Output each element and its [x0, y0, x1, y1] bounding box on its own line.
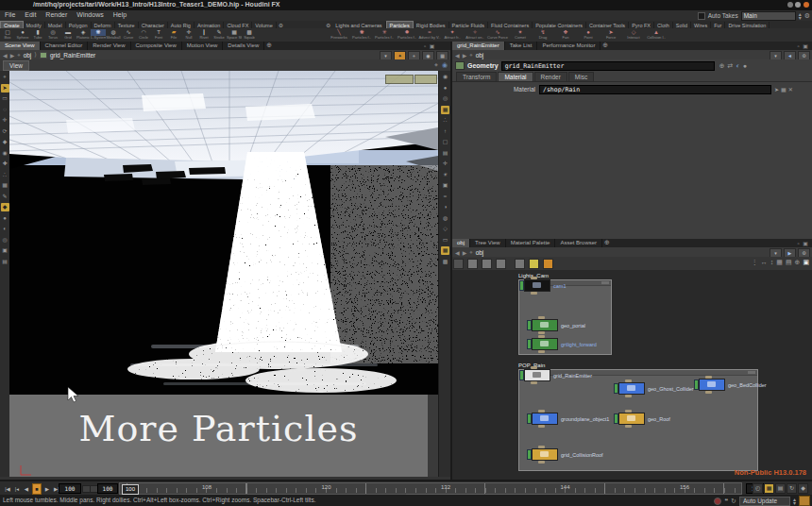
shelf-tab[interactable]: Auto Rig [168, 22, 195, 28]
zoom-icon[interactable]: ⊕ [795, 259, 801, 266]
shelf-tab[interactable]: Fur [711, 22, 725, 28]
shelf-tool[interactable]: ▰ File [166, 28, 181, 40]
pane-tab[interactable]: Performance Monitor [537, 42, 601, 50]
display-icon[interactable]: ▢ [441, 138, 449, 146]
shelf-tab[interactable]: Lights and Cameras [332, 22, 385, 28]
param-tab[interactable]: Misc [568, 72, 594, 82]
shelf-tab[interactable]: Cloth [654, 22, 673, 28]
shelf-tool[interactable]: ❖ Fan [554, 28, 577, 40]
shelf-tab[interactable]: Animation [195, 22, 224, 28]
network-canvas[interactable]: Lights_Cam geo_portal grtlight_forwa [452, 270, 812, 480]
pane-tab[interactable]: Render View [88, 42, 130, 50]
network-box[interactable]: geo_portal grtlight_forward cam1 [518, 279, 612, 355]
viewport-cam-button[interactable] [414, 75, 437, 84]
material-param-field[interactable]: /shop/Rain [539, 85, 771, 94]
shelf-tab[interactable]: Cloud FX [224, 22, 252, 28]
pane-controls[interactable]: ▫ ▣ [798, 42, 809, 49]
back-icon[interactable]: ◀ [455, 249, 460, 256]
node-tile[interactable] [524, 369, 550, 381]
param-tab[interactable]: Render [534, 72, 567, 82]
auto-update-select[interactable]: Auto Update [739, 497, 790, 506]
shelf-tool[interactable]: ✎ Stroke [211, 28, 227, 40]
display-icon[interactable]: ▤ [441, 149, 449, 158]
pin-icon[interactable]: ⌖ [17, 52, 20, 59]
list-icon[interactable]: ▤ [786, 259, 792, 266]
menu-item[interactable]: Render [41, 10, 72, 19]
local-icon[interactable]: ● [743, 62, 747, 70]
node-chooser-icon[interactable]: ➤ [774, 86, 779, 93]
node-output-connector[interactable] [531, 381, 537, 384]
shelf-tool[interactable]: ▢ Box [0, 28, 15, 40]
template-badge-icon[interactable] [529, 259, 539, 269]
sync-icon[interactable]: ↻ [731, 498, 736, 505]
display-icon[interactable]: ✛ [441, 160, 449, 168]
shelf-tool[interactable]: ● Sphere [15, 28, 30, 40]
badge-icon[interactable] [453, 259, 464, 269]
shelf-tab[interactable]: Populate Containers [533, 22, 586, 28]
shelf-tool[interactable]: ◈ Platonic [76, 28, 91, 40]
menu-item[interactable]: Edit [20, 10, 41, 19]
step-back-button[interactable]: |◂ [13, 484, 21, 494]
viewport-layout-icon[interactable]: ⌖ [434, 61, 438, 69]
display-icon[interactable]: ▭ [441, 236, 449, 245]
pane-tab[interactable]: Tree View [470, 239, 506, 247]
pane-tab[interactable]: Channel Editor [41, 42, 89, 50]
shelf-tool[interactable]: ✹ Particles f.. [396, 28, 418, 40]
pane-tab[interactable]: Scene View [0, 42, 41, 50]
close-button[interactable] [804, 2, 809, 8]
shelf-gear-icon-right[interactable] [326, 22, 330, 28]
display-icon[interactable]: ▦ [441, 246, 449, 255]
node-name-field[interactable]: grid_RainEmitter [501, 61, 715, 71]
shelf-tab[interactable]: Wires [691, 22, 711, 28]
stop-button[interactable]: ■ [32, 483, 42, 495]
display-icon[interactable]: ◇ [441, 225, 449, 233]
network-box[interactable]: geo_Ghost_Collider geo_BedCollider groun… [518, 369, 758, 471]
playhead[interactable]: 100 [122, 484, 139, 495]
forward-icon[interactable]: ▶ [463, 249, 467, 256]
search-icon[interactable]: ⊕ [719, 62, 725, 70]
shelf-tab[interactable]: Rigid Bodies [414, 22, 449, 28]
node-tile[interactable] [618, 413, 645, 425]
shelf-tool[interactable]: ◇ Interact [622, 28, 645, 40]
display-icon[interactable]: ◉ [441, 73, 449, 81]
display-icon[interactable]: ↑ [441, 127, 449, 136]
shelf-tool[interactable]: ╲ Fireworks [328, 28, 350, 40]
node-output-connector[interactable] [538, 350, 545, 353]
toolbar-icon[interactable]: ▦ [1, 181, 9, 190]
param-tab[interactable]: Transform [456, 72, 497, 82]
badge-icon[interactable] [482, 259, 492, 269]
new-tab-icon[interactable] [266, 42, 272, 49]
shelf-tab[interactable]: Particles [386, 21, 414, 28]
toolbar-icon[interactable]: ✎ [1, 193, 9, 201]
viewport-cam-button[interactable] [385, 75, 414, 84]
shelf-tool[interactable]: ❋ L-System [91, 28, 106, 40]
pane-controls[interactable]: ▫ ▣ [424, 42, 435, 49]
display-icon[interactable]: ◑ [441, 203, 449, 211]
shelf-tool[interactable]: ▮ Tube [30, 28, 45, 40]
network-node[interactable]: cam1 [519, 280, 566, 291]
display-icon[interactable]: ▩ [441, 258, 449, 266]
grid-icon[interactable]: ▦ [776, 259, 783, 266]
toolbar-icon[interactable]: ▤ [1, 258, 9, 266]
pin-icon[interactable]: ⌖ [469, 52, 472, 59]
shelf-tab[interactable]: Container Tools [586, 22, 629, 28]
message-icon[interactable]: ❝ [724, 498, 728, 505]
shelf-tool[interactable]: ▩ Squab [242, 28, 257, 40]
pane-tab[interactable]: Details View [223, 42, 264, 50]
badge-icon[interactable] [467, 259, 478, 269]
clear-icon[interactable]: ✕ [788, 86, 793, 93]
toolbar-icon[interactable]: ◎ [1, 236, 9, 245]
shelf-tab[interactable]: Volume [252, 22, 276, 28]
menu-item[interactable]: Help [109, 10, 131, 19]
shelf-tab[interactable]: Pyro FX [629, 22, 654, 28]
shelf-tool[interactable]: ≈ Advect by V.. [418, 28, 441, 40]
breadcrumb-context[interactable]: obj [24, 52, 32, 59]
network-node[interactable]: geo_Ghost_Collider [614, 383, 694, 394]
node-output-connector[interactable] [538, 425, 545, 428]
display-icon[interactable]: ● [441, 84, 449, 93]
display-icon[interactable]: ◍ [441, 214, 449, 223]
shelf-tab[interactable]: Deform [92, 22, 115, 28]
play-reverse-button[interactable]: ◀ [23, 484, 30, 494]
menu-item[interactable]: Windows [72, 10, 108, 19]
toolbar-icon[interactable]: ➤ [1, 84, 9, 93]
